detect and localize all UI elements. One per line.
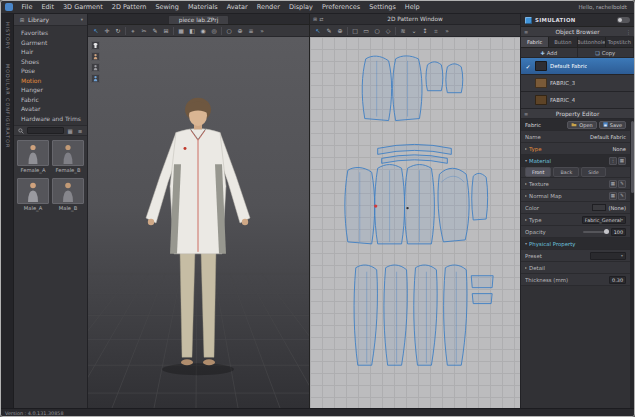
show-hair-icon[interactable] <box>91 63 100 72</box>
library-item-hair[interactable]: Hair <box>14 47 87 57</box>
pin-icon[interactable]: ⌖ <box>128 26 138 36</box>
menu-render[interactable]: Render <box>252 3 284 11</box>
sync-icon[interactable]: ⇄ <box>319 16 323 22</box>
menu-2d-pattern[interactable]: 2D Pattern <box>107 3 151 11</box>
measure-icon[interactable]: ⌗ <box>431 26 441 36</box>
menu-3d-garment[interactable]: 3D Garment <box>58 3 107 11</box>
menu-preferences[interactable]: Preferences <box>317 3 364 11</box>
library-item-shoes[interactable]: Shoes <box>14 57 87 67</box>
library-collapse-icon[interactable]: ▾ <box>81 17 83 22</box>
tab-buttonhole[interactable]: Buttonhole <box>578 37 606 47</box>
menu-edit[interactable]: Edit <box>37 3 59 11</box>
menu-avatar[interactable]: Avatar <box>222 3 252 11</box>
list-view-icon[interactable]: ≡ <box>76 127 84 135</box>
material-grid-icon[interactable]: ▦ <box>618 157 626 165</box>
rotate-icon[interactable]: ↻ <box>113 26 123 36</box>
panel-menu-icon[interactable]: ≡ <box>524 111 528 117</box>
menu-settings[interactable]: Settings <box>365 3 401 11</box>
more-tools-icon[interactable]: » <box>257 26 267 36</box>
expand-arrow-icon[interactable]: ▸ <box>525 265 527 270</box>
circle-icon[interactable]: ○ <box>372 26 382 36</box>
preset-dropdown[interactable]: ▾ <box>590 252 626 260</box>
expand-arrow-icon[interactable]: ▸ <box>525 146 527 151</box>
library-item-avatar[interactable]: Avatar <box>14 104 87 114</box>
opacity-slider[interactable] <box>583 231 609 233</box>
transform-pattern-icon[interactable]: ↖ <box>313 26 323 36</box>
library-item-favorites[interactable]: Favorites <box>14 28 87 38</box>
edit-pattern-icon[interactable]: ✎ <box>324 26 334 36</box>
select-move-icon[interactable]: ↖ <box>91 26 101 36</box>
copy-fabric-button[interactable]: ❏Copy <box>578 48 635 57</box>
simulation-toggle[interactable] <box>617 17 630 23</box>
texture-image-icon[interactable]: ▦ <box>609 180 617 188</box>
avatar-show-icon[interactable]: ○ <box>224 26 234 36</box>
dock-icon[interactable]: ⊞ <box>313 16 317 22</box>
polygon-icon[interactable]: □ <box>350 26 360 36</box>
texture-view-icon[interactable]: ▦ <box>176 26 186 36</box>
notch-icon[interactable]: ⌄ <box>409 26 419 36</box>
mesh-view-icon[interactable]: ◧ <box>187 26 197 36</box>
sewing-icon[interactable]: ✎ <box>150 26 160 36</box>
show-shoes-icon[interactable] <box>91 74 100 83</box>
scrollbar-thumb[interactable] <box>631 121 634 193</box>
material-tab-side[interactable]: Side <box>581 167 606 177</box>
library-item-hanger[interactable]: Hanger <box>14 85 87 95</box>
library-item-motion[interactable]: Motion <box>14 76 87 86</box>
fabric-row-4[interactable]: FABRIC_4 <box>521 92 634 109</box>
opacity-value[interactable]: 100 <box>611 228 626 236</box>
material-tab-back[interactable]: Back <box>553 167 579 177</box>
material-type-dropdown[interactable]: Fabric_General▾ <box>582 216 626 224</box>
save-button[interactable]: Save <box>599 121 626 129</box>
thickness-value[interactable]: 0.30 <box>609 276 626 284</box>
add-fabric-button[interactable]: ✚Add <box>521 48 578 57</box>
panel-options-icon[interactable]: ⋮ <box>626 29 631 35</box>
grid-view-icon[interactable]: ▦ <box>66 127 74 135</box>
rail-history-tab[interactable]: HISTORY <box>5 22 10 50</box>
tape-icon[interactable]: ⊞ <box>161 26 171 36</box>
arrangement-points-icon[interactable]: ⊕ <box>235 26 245 36</box>
grid-icon[interactable]: ≡ <box>246 26 256 36</box>
show-garment-icon[interactable] <box>91 41 100 50</box>
search-input[interactable] <box>27 127 64 134</box>
dart-icon[interactable]: ◇ <box>383 26 393 36</box>
type-value[interactable]: None <box>612 146 626 152</box>
project-tab[interactable]: piece lab.ZPrj <box>168 15 230 24</box>
library-item-fabric[interactable]: Fabric <box>14 95 87 105</box>
expand-arrow-icon[interactable]: ▸ <box>525 181 527 186</box>
show-avatar-icon[interactable] <box>91 52 100 61</box>
canvas-3d[interactable] <box>88 37 309 408</box>
move-gizmo-icon[interactable]: ✛ <box>102 26 112 36</box>
strain-map-icon[interactable]: ◎ <box>209 26 219 36</box>
library-item-garment[interactable]: Garment <box>14 38 87 48</box>
material-options-icon[interactable]: ⋮ <box>609 157 617 165</box>
menu-display[interactable]: Display <box>284 3 317 11</box>
add-point-icon[interactable]: ⊕ <box>335 26 345 36</box>
fabric-row-default[interactable]: ✓ Default Fabric <box>521 58 634 75</box>
scissors-icon[interactable]: ✂ <box>139 26 149 36</box>
library-thumb-male-b[interactable]: Male_B <box>52 178 84 211</box>
menu-sewing[interactable]: Sewing <box>151 3 184 11</box>
tab-topstitch[interactable]: Topstitch <box>606 37 634 47</box>
rail-modular-configurator-tab[interactable]: MODULAR CONFIGURATOR <box>5 64 10 148</box>
canvas-2d[interactable] <box>310 37 520 408</box>
stress-map-icon[interactable]: ◉ <box>198 26 208 36</box>
rectangle-icon[interactable]: ▭ <box>361 26 371 36</box>
library-item-pose[interactable]: Pose <box>14 66 87 76</box>
color-swatch[interactable] <box>592 204 606 211</box>
seam-icon[interactable]: ≋ <box>398 26 408 36</box>
normal-map-image-icon[interactable]: ▦ <box>609 192 617 200</box>
fabric-row-3[interactable]: FABRIC_3 <box>521 75 634 92</box>
menu-help[interactable]: Help <box>400 3 424 11</box>
material-tab-front[interactable]: Front <box>525 167 551 177</box>
material-section-row[interactable]: ▾Material ⋮▦ <box>521 155 630 167</box>
open-button[interactable]: Open <box>567 121 596 129</box>
library-thumb-female-a[interactable]: Female_A <box>17 140 49 173</box>
tab-fabric[interactable]: Fabric <box>521 37 549 47</box>
library-thumb-male-a[interactable]: Male_A <box>17 178 49 211</box>
texture-edit-icon[interactable]: ✎ <box>618 180 626 188</box>
physical-property-section-row[interactable]: ▾Physical Property <box>521 238 630 250</box>
slider-knob[interactable] <box>604 229 609 234</box>
menu-file[interactable]: File <box>17 3 37 11</box>
user-greeting[interactable]: Hello, rachelboldt <box>578 4 630 10</box>
property-editor-scrollbar[interactable] <box>630 119 634 408</box>
